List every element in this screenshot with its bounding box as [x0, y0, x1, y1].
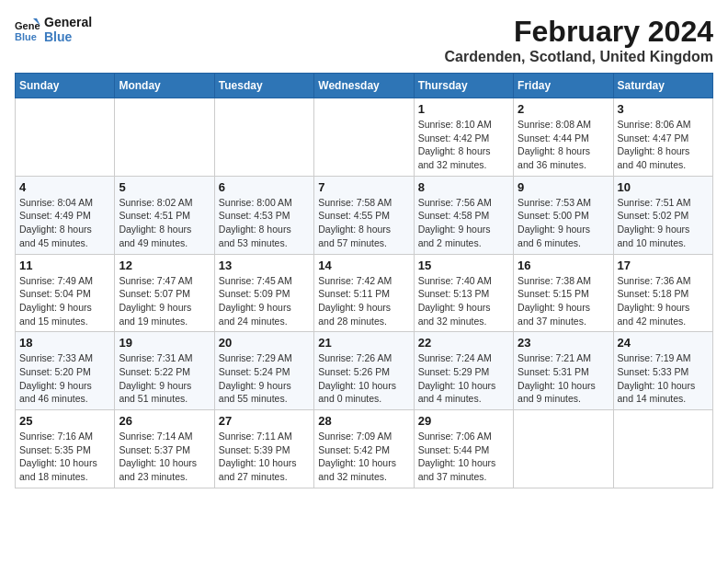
day-info: Sunrise: 7:26 AM Sunset: 5:26 PM Dayligh…: [318, 351, 409, 406]
day-number: 28: [318, 414, 409, 428]
day-info: Sunrise: 7:24 AM Sunset: 5:29 PM Dayligh…: [418, 351, 509, 406]
logo-line1: General: [44, 15, 92, 29]
day-number: 3: [618, 102, 709, 116]
page-header: General Blue General Blue February 2024 …: [15, 15, 713, 65]
calendar-week-4: 18Sunrise: 7:33 AM Sunset: 5:20 PM Dayli…: [16, 332, 713, 410]
day-number: 19: [119, 336, 210, 350]
day-info: Sunrise: 7:19 AM Sunset: 5:33 PM Dayligh…: [618, 351, 709, 406]
calendar-cell: [514, 410, 613, 488]
location-title: Cardenden, Scotland, United Kingdom: [445, 49, 713, 65]
title-area: February 2024 Cardenden, Scotland, Unite…: [445, 15, 713, 65]
day-header-thursday: Thursday: [414, 74, 513, 98]
calendar-cell: 21Sunrise: 7:26 AM Sunset: 5:26 PM Dayli…: [314, 332, 414, 410]
calendar-cell: 4Sunrise: 8:04 AM Sunset: 4:49 PM Daylig…: [16, 176, 115, 254]
day-number: 14: [318, 259, 409, 272]
calendar-cell: 16Sunrise: 7:38 AM Sunset: 5:15 PM Dayli…: [514, 254, 613, 332]
day-number: 25: [19, 414, 110, 428]
svg-text:Blue: Blue: [15, 31, 37, 42]
day-header-saturday: Saturday: [613, 74, 712, 98]
day-info: Sunrise: 7:58 AM Sunset: 4:55 PM Dayligh…: [318, 196, 409, 250]
day-number: 23: [518, 336, 609, 350]
day-number: 18: [19, 336, 110, 350]
day-number: 16: [518, 259, 609, 272]
logo: General Blue General Blue: [15, 15, 92, 44]
day-number: 13: [219, 259, 310, 272]
day-info: Sunrise: 8:10 AM Sunset: 4:42 PM Dayligh…: [418, 118, 509, 172]
calendar-cell: 26Sunrise: 7:14 AM Sunset: 5:37 PM Dayli…: [115, 410, 214, 488]
calendar-cell: 22Sunrise: 7:24 AM Sunset: 5:29 PM Dayli…: [414, 332, 513, 410]
day-info: Sunrise: 7:51 AM Sunset: 5:02 PM Dayligh…: [618, 196, 709, 250]
day-number: 8: [418, 180, 509, 194]
day-number: 29: [418, 414, 509, 428]
day-info: Sunrise: 7:09 AM Sunset: 5:42 PM Dayligh…: [318, 430, 409, 484]
calendar-week-1: 1Sunrise: 8:10 AM Sunset: 4:42 PM Daylig…: [16, 98, 713, 177]
day-header-tuesday: Tuesday: [214, 74, 313, 98]
day-info: Sunrise: 7:45 AM Sunset: 5:09 PM Dayligh…: [219, 274, 310, 328]
day-info: Sunrise: 8:02 AM Sunset: 4:51 PM Dayligh…: [119, 196, 210, 250]
day-info: Sunrise: 7:38 AM Sunset: 5:15 PM Dayligh…: [518, 274, 609, 328]
day-info: Sunrise: 7:06 AM Sunset: 5:44 PM Dayligh…: [418, 430, 509, 484]
calendar-cell: 11Sunrise: 7:49 AM Sunset: 5:04 PM Dayli…: [16, 254, 115, 332]
day-info: Sunrise: 8:06 AM Sunset: 4:47 PM Dayligh…: [618, 118, 709, 172]
day-info: Sunrise: 7:21 AM Sunset: 5:31 PM Dayligh…: [518, 351, 609, 406]
day-number: 2: [518, 102, 609, 116]
calendar-cell: 3Sunrise: 8:06 AM Sunset: 4:47 PM Daylig…: [613, 98, 712, 177]
day-number: 6: [219, 180, 310, 194]
day-info: Sunrise: 7:49 AM Sunset: 5:04 PM Dayligh…: [19, 274, 110, 328]
day-info: Sunrise: 7:33 AM Sunset: 5:20 PM Dayligh…: [19, 351, 110, 406]
day-number: 20: [219, 336, 310, 350]
day-header-monday: Monday: [115, 74, 214, 98]
day-number: 1: [418, 102, 509, 116]
day-info: Sunrise: 7:36 AM Sunset: 5:18 PM Dayligh…: [618, 274, 709, 328]
day-number: 12: [119, 259, 210, 272]
day-number: 15: [418, 259, 509, 272]
calendar-cell: [115, 98, 214, 177]
calendar-cell: 5Sunrise: 8:02 AM Sunset: 4:51 PM Daylig…: [115, 176, 214, 254]
calendar-cell: 18Sunrise: 7:33 AM Sunset: 5:20 PM Dayli…: [16, 332, 115, 410]
day-info: Sunrise: 7:47 AM Sunset: 5:07 PM Dayligh…: [119, 274, 210, 328]
day-number: 9: [518, 180, 609, 194]
calendar-cell: [214, 98, 313, 177]
day-header-sunday: Sunday: [16, 74, 115, 98]
calendar-table: SundayMondayTuesdayWednesdayThursdayFrid…: [15, 73, 713, 488]
day-info: Sunrise: 7:31 AM Sunset: 5:22 PM Dayligh…: [119, 351, 210, 406]
day-number: 24: [618, 336, 709, 350]
calendar-cell: 8Sunrise: 7:56 AM Sunset: 4:58 PM Daylig…: [414, 176, 513, 254]
day-header-wednesday: Wednesday: [314, 74, 414, 98]
calendar-week-3: 11Sunrise: 7:49 AM Sunset: 5:04 PM Dayli…: [16, 254, 713, 332]
calendar-week-5: 25Sunrise: 7:16 AM Sunset: 5:35 PM Dayli…: [16, 410, 713, 488]
day-info: Sunrise: 7:42 AM Sunset: 5:11 PM Dayligh…: [318, 274, 409, 328]
day-info: Sunrise: 8:04 AM Sunset: 4:49 PM Dayligh…: [19, 196, 110, 250]
calendar-cell: 25Sunrise: 7:16 AM Sunset: 5:35 PM Dayli…: [16, 410, 115, 488]
calendar-cell: 9Sunrise: 7:53 AM Sunset: 5:00 PM Daylig…: [514, 176, 613, 254]
logo-line2: Blue: [44, 29, 92, 44]
day-info: Sunrise: 7:40 AM Sunset: 5:13 PM Dayligh…: [418, 274, 509, 328]
calendar-cell: 1Sunrise: 8:10 AM Sunset: 4:42 PM Daylig…: [414, 98, 513, 177]
day-number: 21: [318, 336, 409, 350]
day-info: Sunrise: 8:00 AM Sunset: 4:53 PM Dayligh…: [219, 196, 310, 250]
day-number: 10: [618, 180, 709, 194]
day-number: 26: [119, 414, 210, 428]
calendar-cell: 24Sunrise: 7:19 AM Sunset: 5:33 PM Dayli…: [613, 332, 712, 410]
day-number: 17: [618, 259, 709, 272]
day-info: Sunrise: 7:53 AM Sunset: 5:00 PM Dayligh…: [518, 196, 609, 250]
calendar-cell: 15Sunrise: 7:40 AM Sunset: 5:13 PM Dayli…: [414, 254, 513, 332]
day-number: 11: [19, 259, 110, 272]
day-info: Sunrise: 8:08 AM Sunset: 4:44 PM Dayligh…: [518, 118, 609, 172]
calendar-cell: 6Sunrise: 8:00 AM Sunset: 4:53 PM Daylig…: [214, 176, 313, 254]
calendar-cell: 14Sunrise: 7:42 AM Sunset: 5:11 PM Dayli…: [314, 254, 414, 332]
calendar-cell: 29Sunrise: 7:06 AM Sunset: 5:44 PM Dayli…: [414, 410, 513, 488]
day-number: 27: [219, 414, 310, 428]
day-info: Sunrise: 7:56 AM Sunset: 4:58 PM Dayligh…: [418, 196, 509, 250]
calendar-cell: 12Sunrise: 7:47 AM Sunset: 5:07 PM Dayli…: [115, 254, 214, 332]
calendar-cell: 7Sunrise: 7:58 AM Sunset: 4:55 PM Daylig…: [314, 176, 414, 254]
day-number: 22: [418, 336, 509, 350]
calendar-cell: 2Sunrise: 8:08 AM Sunset: 4:44 PM Daylig…: [514, 98, 613, 177]
calendar-cell: 27Sunrise: 7:11 AM Sunset: 5:39 PM Dayli…: [214, 410, 313, 488]
day-header-friday: Friday: [514, 74, 613, 98]
calendar-cell: 20Sunrise: 7:29 AM Sunset: 5:24 PM Dayli…: [214, 332, 313, 410]
day-info: Sunrise: 7:11 AM Sunset: 5:39 PM Dayligh…: [219, 430, 310, 484]
header-row: SundayMondayTuesdayWednesdayThursdayFrid…: [16, 74, 713, 98]
calendar-week-2: 4Sunrise: 8:04 AM Sunset: 4:49 PM Daylig…: [16, 176, 713, 254]
calendar-cell: 13Sunrise: 7:45 AM Sunset: 5:09 PM Dayli…: [214, 254, 313, 332]
